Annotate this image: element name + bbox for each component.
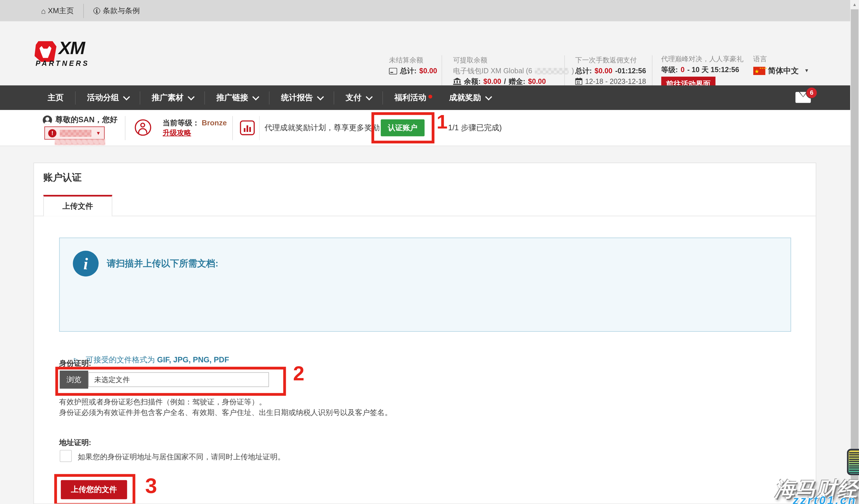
- info-icon: i: [73, 251, 99, 277]
- top-utility-bar: ⌂ XM主页 🛈 条款与条例: [0, 0, 859, 21]
- nav-item-promo-materials[interactable]: 推广素材: [140, 92, 205, 103]
- address-proof-checkbox[interactable]: [60, 450, 72, 462]
- wallet-id-prefix: 电子钱包ID XM Global (6: [453, 66, 532, 76]
- xm-home-label: XM主页: [48, 6, 74, 15]
- bull-logo-icon: [34, 41, 57, 62]
- promo-text: 代理成就奖励计划，尊享更多奖励！: [265, 123, 387, 133]
- level-block: 当前等级： Bronze 升级攻略: [163, 118, 227, 138]
- date-range: 12-18 - 2023-12-18: [585, 76, 646, 86]
- tabs-divider: [34, 216, 816, 216]
- header: XM PARTNERS 未结算余额 总计: $0.00 可提取余额 电子钱包ID…: [0, 21, 859, 85]
- balance-value: $0.00: [483, 76, 501, 86]
- account-verification-card: 账户认证 上传文件 i 请扫描并上传以下所需文档: ▷ 可接受的文件格式为 GI…: [33, 162, 816, 504]
- warning-icon: !: [48, 129, 57, 137]
- language-label: 语言: [753, 54, 809, 64]
- account-dropdown[interactable]: ! ▼: [44, 126, 105, 140]
- divider: [259, 116, 260, 140]
- address-checkbox-text: 如果您的身份证明地址与居住国家不同，请同时上传地址证明。: [78, 452, 285, 462]
- chevron-down-icon: [123, 94, 130, 100]
- nav-item-payments[interactable]: 支付: [334, 92, 382, 103]
- redaction-blur: [55, 139, 105, 145]
- slash: /: [504, 76, 506, 86]
- nav-item-benefits[interactable]: 福利活动: [383, 92, 438, 103]
- card-icon: [389, 67, 397, 74]
- annotation-digit-1: 1: [437, 112, 448, 132]
- xm-partners-logo[interactable]: XM PARTNERS: [34, 40, 144, 73]
- wallet-id-suffix: ): [572, 66, 574, 76]
- nav-item-campaign-groups[interactable]: 活动分组: [76, 92, 140, 103]
- vertical-scrollbar[interactable]: ▲: [850, 0, 859, 504]
- bank-icon: [453, 78, 462, 85]
- scrollbar-up-arrow[interactable]: ▲: [850, 0, 859, 10]
- bonus-label: 赠金:: [509, 76, 525, 86]
- nav-item-reports[interactable]: 统计报告: [270, 92, 334, 103]
- achievement-chart-icon: [240, 121, 255, 136]
- info-heading: 请扫描并上传以下所需文档:: [107, 258, 218, 270]
- level-value: 0: [681, 65, 684, 75]
- nav-item-promo-links[interactable]: 推广链接: [205, 92, 269, 103]
- chevron-down-icon: ▼: [96, 130, 101, 136]
- xm-home-link[interactable]: ⌂ XM主页: [41, 6, 74, 15]
- identity-file-input: 浏览 未选定文件: [60, 371, 269, 389]
- chevron-down-icon: [366, 94, 373, 100]
- divider: [442, 55, 442, 87]
- watermark-site: zzrt01.cn: [793, 494, 857, 504]
- tab-upload-documents[interactable]: 上传文件: [43, 195, 112, 216]
- bonus-value: $0.00: [528, 76, 546, 86]
- level-label: 等级:: [661, 65, 678, 75]
- withdrawable-balance-block: 可提取余额 电子钱包ID XM Global (6 ) 余额: $0.00 / …: [453, 55, 574, 86]
- total-value: $0.00: [594, 66, 613, 76]
- unsettled-balance-block: 未结算余额 总计: $0.00: [389, 55, 437, 76]
- mail-badge: 6: [806, 87, 817, 98]
- chevron-down-icon: [485, 94, 492, 100]
- language-selector[interactable]: ★★★★★ 简体中文 ▼: [753, 66, 809, 76]
- upload-files-button[interactable]: 上传您的文件: [61, 480, 127, 499]
- annotation-box-1: [372, 112, 435, 143]
- account-id-redaction: [60, 129, 91, 137]
- user-greeting: 尊敬的SAN，您好: [43, 115, 118, 125]
- chevron-down-icon: ▼: [804, 66, 809, 76]
- unsettled-label: 未结算余额: [389, 55, 437, 65]
- mail-button[interactable]: 6: [795, 92, 812, 104]
- file-input-field[interactable]: 未选定文件: [88, 372, 269, 387]
- notification-dot: [428, 95, 432, 98]
- countdown: -01:12:56: [615, 66, 646, 76]
- browse-button[interactable]: 浏览: [60, 371, 88, 389]
- total-value: $0.00: [419, 66, 437, 76]
- next-rebate-block: 下一次手数返佣支付 总计: $0.00 -01:12:56 12-18 - 20…: [575, 55, 646, 86]
- nav-item-home[interactable]: 主页: [36, 92, 75, 103]
- terms-link[interactable]: 🛈 条款与条例: [93, 6, 140, 15]
- level-value: Bronze: [202, 119, 227, 127]
- divider: [83, 3, 84, 18]
- scrollbar-thumb[interactable]: [851, 10, 858, 504]
- watermark-equalizer-icon: [847, 449, 859, 475]
- next-rebate-label: 下一次手数返佣支付: [575, 55, 646, 65]
- page: ⌂ XM主页 🛈 条款与条例 XM PARTNERS 未结算余额 总计: $0.…: [0, 0, 859, 504]
- user-icon: [43, 115, 52, 125]
- identity-desc-1: 有效护照或者身份证彩色扫描件（例如：驾驶证，身份证等）。: [59, 397, 266, 407]
- divider: [232, 116, 233, 140]
- page-title: 账户认证: [43, 171, 81, 184]
- withdrawable-label: 可提取余额: [453, 55, 574, 65]
- info-icon: 🛈: [93, 6, 101, 15]
- terms-label: 条款与条例: [103, 6, 140, 15]
- divider: [652, 55, 652, 87]
- total-label: 总计:: [400, 66, 417, 76]
- total-label: 总计:: [575, 66, 592, 76]
- chevron-down-icon: [317, 94, 324, 100]
- nav-item-achievements[interactable]: 成就奖励: [438, 92, 502, 103]
- info-box: i 请扫描并上传以下所需文档: ▷ 可接受的文件格式为 GIF, JPG, PN…: [59, 238, 791, 332]
- wallet-id-redaction: [535, 67, 569, 74]
- level-suffix: - 10 天 15:12:56: [688, 65, 739, 75]
- upgrade-link[interactable]: 升级攻略: [163, 128, 191, 137]
- file-placeholder: 未选定文件: [94, 375, 130, 384]
- accepted-formats: GIF, JPG, PNG, PDF: [157, 355, 229, 364]
- steps-completed-text: 1/1 步骤已完成): [448, 123, 502, 133]
- language-block: 语言 ★★★★★ 简体中文 ▼: [753, 54, 809, 76]
- main-nav: 主页 活动分组 推广素材 推广链接 统计报告 支付 福利活动 成就奖励 6: [0, 85, 850, 110]
- language-value: 简体中文: [768, 66, 799, 76]
- balance-label: 余额:: [464, 76, 481, 86]
- home-icon: ⌂: [41, 6, 46, 15]
- calendar-icon: [575, 78, 582, 85]
- address-proof-label: 地址证明:: [59, 438, 91, 447]
